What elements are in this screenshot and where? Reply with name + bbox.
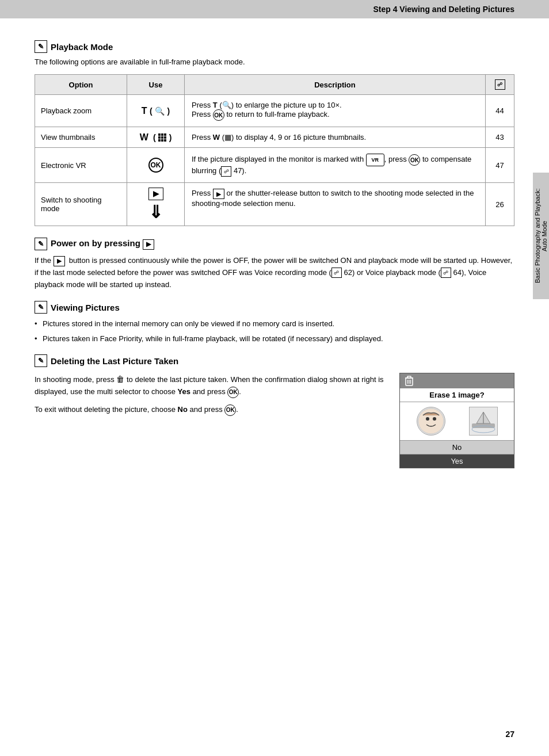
option-view-thumbnails: View thumbnails xyxy=(35,127,127,148)
dialog-title: Erase 1 image? xyxy=(400,388,514,402)
pencil-icon-4: ✎ xyxy=(35,354,47,367)
use-playback-zoom: T ( 🔍 ) xyxy=(127,95,185,127)
side-tab: Basic Photography and Playback: Auto Mod… xyxy=(533,173,549,299)
svg-point-8 xyxy=(433,417,436,421)
desc-switch-mode: Press ▶ or the shutter-release button to… xyxy=(185,183,486,226)
deleting-heading: ✎ Deleting the Last Picture Taken xyxy=(35,354,514,367)
use-electronic-vr: OK xyxy=(127,148,185,183)
svg-rect-2 xyxy=(407,376,411,378)
use-view-thumbnails: W ( ) xyxy=(127,127,185,148)
deleting-content: In shooting mode, press 🗑 to delete the … xyxy=(35,373,514,468)
vr-icon: VR xyxy=(366,154,384,166)
page-number: 27 xyxy=(505,730,514,739)
dialog-no-option: No xyxy=(400,441,514,455)
col-use: Use xyxy=(127,75,185,95)
desc-electronic-vr: If the picture displayed in the monitor … xyxy=(185,148,486,183)
table-row: View thumbnails W ( ) xyxy=(35,127,514,148)
play-icon-body: ▶ xyxy=(54,256,65,266)
table-row: Electronic VR OK If the picture displaye… xyxy=(35,148,514,183)
trash-icon-inline: 🗑 xyxy=(116,375,124,384)
switch-mode-use-container: ▶ ⇓ xyxy=(133,188,178,221)
ok-icon-2: OK xyxy=(409,154,420,166)
ref-icon-2: ☍ xyxy=(221,166,231,177)
table-row: Playback zoom T ( 🔍 ) Press T (🔍) to enl… xyxy=(35,95,514,127)
page-playback-zoom: 44 xyxy=(486,95,514,127)
boat-illustration xyxy=(469,407,498,436)
ok-icon-3: OK xyxy=(227,387,239,398)
deleting-body2: To exit without deleting the picture, ch… xyxy=(35,404,388,416)
option-playback-zoom: Playback zoom xyxy=(35,95,127,127)
header-title: Step 4 Viewing and Deleting Pictures xyxy=(373,5,514,14)
option-electronic-vr: Electronic VR xyxy=(35,148,127,183)
list-item: Pictures taken in Face Priority, while i… xyxy=(35,333,514,345)
ok-icon-4: OK xyxy=(224,404,236,416)
playback-mode-title: Playback Mode xyxy=(51,42,113,52)
ok-button-icon: OK xyxy=(148,158,163,173)
dialog-yes-option: Yes xyxy=(400,455,514,468)
main-content: ✎ Playback Mode The following options ar… xyxy=(0,18,549,491)
svg-point-6 xyxy=(418,408,444,434)
pencil-icon-3: ✎ xyxy=(35,301,47,314)
dialog-header xyxy=(400,373,514,388)
power-on-heading: ✎ Power on by pressing ▶ xyxy=(35,238,514,250)
grid-icon xyxy=(158,133,166,142)
ref-icon-4: ☍ xyxy=(441,268,451,278)
deleting-title: Deleting the Last Picture Taken xyxy=(51,356,178,366)
svg-point-7 xyxy=(426,417,429,421)
ok-icon-1: OK xyxy=(213,109,224,121)
trash-icon xyxy=(405,376,414,386)
viewing-pictures-title: Viewing Pictures xyxy=(51,303,120,312)
play-button-icon: ▶ xyxy=(148,188,163,200)
play-icon-title: ▶ xyxy=(143,239,154,250)
page-switch-mode: 26 xyxy=(486,183,514,226)
col-option: Option xyxy=(35,75,127,95)
playback-mode-heading: ✎ Playback Mode xyxy=(35,40,514,53)
pencil-icon: ✎ xyxy=(35,40,47,53)
viewing-pictures-list: Pictures stored in the internal memory c… xyxy=(35,318,514,344)
arrow-down-icon: ⇓ xyxy=(148,204,163,221)
page-view-thumbnails: 43 xyxy=(486,127,514,148)
pencil-icon-2: ✎ xyxy=(35,238,47,250)
ref-icon-3: ☍ xyxy=(331,268,342,278)
deleting-text: In shooting mode, press 🗑 to delete the … xyxy=(35,373,388,468)
viewing-pictures-heading: ✎ Viewing Pictures xyxy=(35,301,514,314)
desc-playback-zoom: Press T (🔍) to enlarge the picture up to… xyxy=(185,95,486,127)
playback-mode-intro: The following options are available in f… xyxy=(35,58,514,66)
desc-view-thumbnails: Press W (▦) to display 4, 9 or 16 pictur… xyxy=(185,127,486,148)
deleting-body1: In shooting mode, press 🗑 to delete the … xyxy=(35,373,388,398)
col-ref: ☍ xyxy=(486,75,514,95)
option-switch-mode: Switch to shooting mode xyxy=(35,183,127,226)
erase-dialog: Erase 1 image? xyxy=(399,373,514,468)
play-icon-inline: ▶ xyxy=(213,189,224,199)
page-header: Step 4 Viewing and Deleting Pictures xyxy=(0,0,549,18)
page-electronic-vr: 47 xyxy=(486,148,514,183)
table-row: Switch to shooting mode ▶ ⇓ Press ▶ or t… xyxy=(35,183,514,226)
power-on-body: If the ▶ button is pressed continuously … xyxy=(35,255,514,291)
face-illustration xyxy=(417,407,445,436)
options-table: Option Use Description ☍ Playback zoom T… xyxy=(35,74,514,226)
dialog-image-area xyxy=(400,402,514,441)
col-description: Description xyxy=(185,75,486,95)
list-item: Pictures stored in the internal memory c… xyxy=(35,318,514,330)
ref-icon: ☍ xyxy=(495,79,505,90)
use-switch-mode: ▶ ⇓ xyxy=(127,183,185,226)
power-on-title: Power on by pressing ▶ xyxy=(51,238,154,249)
